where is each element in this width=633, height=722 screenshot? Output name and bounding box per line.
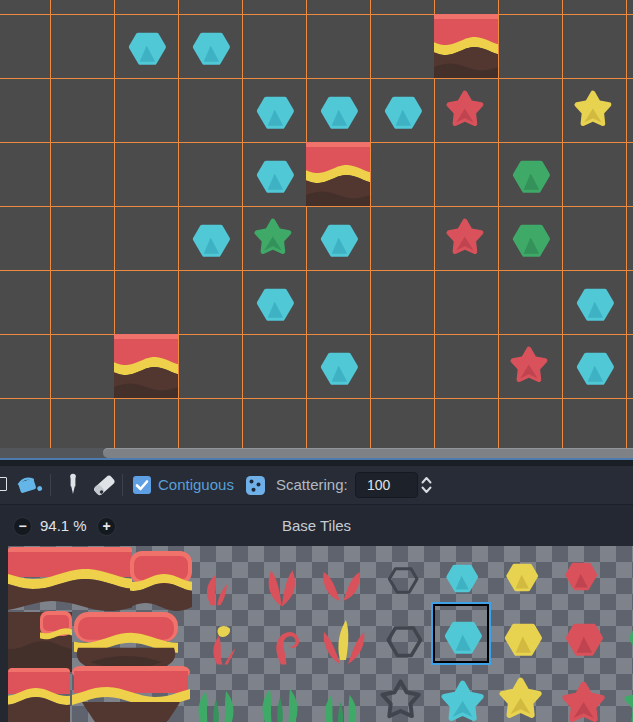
palette-star-cyan[interactable] — [444, 683, 480, 718]
tilemap-tiles-layer — [0, 0, 633, 448]
palette-plant-grass[interactable] — [263, 689, 298, 722]
palette-cake-slab[interactable] — [8, 547, 132, 611]
tile-star-red — [449, 93, 481, 123]
tile-gem-cyan — [579, 355, 611, 382]
palette-cake-funnel[interactable] — [72, 666, 190, 722]
tile-gem-cyan — [195, 227, 227, 254]
dice-icon[interactable] — [246, 476, 265, 495]
palette-plant-widev[interactable] — [323, 572, 360, 601]
palette-star-ghost[interactable] — [382, 681, 418, 716]
paint-bucket-icon[interactable] — [14, 471, 44, 499]
tile-gem-cyan — [323, 99, 355, 126]
tile-gem-green — [515, 227, 547, 254]
tile-gem-cyan — [323, 227, 355, 254]
tile-gem-cyan — [323, 355, 355, 382]
tile-star-yellow — [577, 93, 609, 123]
palette-cake-tab[interactable] — [40, 611, 72, 639]
palette-plant-v-yellow[interactable] — [324, 620, 365, 664]
tile-gem-cyan — [131, 35, 163, 62]
tilemap-canvas[interactable] — [0, 0, 633, 448]
palette-gem-yellow[interactable] — [507, 626, 539, 653]
tile-cake — [434, 14, 498, 78]
palette-cake-island[interactable] — [74, 612, 178, 672]
palette-header-bar: − 94.1 % + Base Tiles — [0, 504, 633, 546]
scattering-label: Scattering: — [276, 466, 348, 504]
eyedropper-icon[interactable] — [64, 472, 82, 498]
palette-star-green[interactable] — [627, 685, 633, 720]
selected-tile-indicator — [431, 602, 491, 665]
palette-plant-curl[interactable] — [276, 632, 299, 665]
toolbar-separator — [122, 474, 123, 496]
palette-plant-tulip[interactable] — [269, 571, 295, 607]
palette-cake-bump[interactable] — [130, 551, 192, 611]
contiguous-label[interactable]: Contiguous — [158, 466, 234, 504]
tile-gem-cyan — [259, 163, 291, 190]
palette-plant-sprout[interactable] — [207, 575, 227, 605]
tile-star-red — [449, 221, 481, 251]
horizontal-scrollbar-track[interactable] — [0, 448, 633, 458]
palette-star-yellow[interactable] — [502, 680, 538, 715]
palette-gem-ghost[interactable] — [389, 569, 417, 592]
contiguous-checkbox[interactable] — [133, 476, 151, 494]
palette-cake-edge[interactable] — [8, 668, 70, 722]
tile-gem-cyan — [259, 99, 291, 126]
tile-gem-cyan — [259, 291, 291, 318]
tilemap-editor: Contiguous Scattering: 100 − 94.1 % + Ba… — [0, 0, 633, 722]
tile-gem-cyan — [195, 35, 227, 62]
tile-paint-toolbar: Contiguous Scattering: 100 — [0, 466, 633, 504]
rect-select-icon[interactable] — [0, 477, 7, 491]
palette-gem-red[interactable] — [568, 626, 600, 653]
tile-cake — [114, 334, 178, 398]
palette-star-red[interactable] — [565, 684, 601, 719]
palette-plant-grass[interactable] — [199, 691, 234, 722]
scattering-input[interactable]: 100 — [355, 472, 418, 498]
eraser-icon[interactable] — [91, 472, 117, 498]
palette-gem-red[interactable] — [567, 565, 595, 588]
tile-cake — [306, 142, 370, 206]
toolbar-separator — [50, 474, 51, 496]
horizontal-scrollbar-thumb[interactable] — [103, 448, 633, 458]
palette-plant-grass[interactable] — [325, 695, 356, 722]
tileset-atlas — [0, 546, 633, 722]
tile-star-red — [513, 349, 545, 379]
palette-gem-yellow[interactable] — [508, 566, 536, 589]
tile-star-green — [257, 221, 289, 251]
spinbox-updown-icon[interactable] — [420, 475, 433, 495]
tile-palette[interactable] — [0, 546, 633, 722]
palette-plant-sprout-yellow[interactable] — [213, 626, 235, 665]
palette-gem-cyan[interactable] — [448, 567, 476, 590]
palette-title: Base Tiles — [0, 505, 633, 547]
palette-gem-ghost[interactable] — [388, 628, 420, 655]
tile-gem-cyan — [579, 291, 611, 318]
tile-gem-cyan — [387, 99, 419, 126]
tile-gem-green — [515, 163, 547, 190]
